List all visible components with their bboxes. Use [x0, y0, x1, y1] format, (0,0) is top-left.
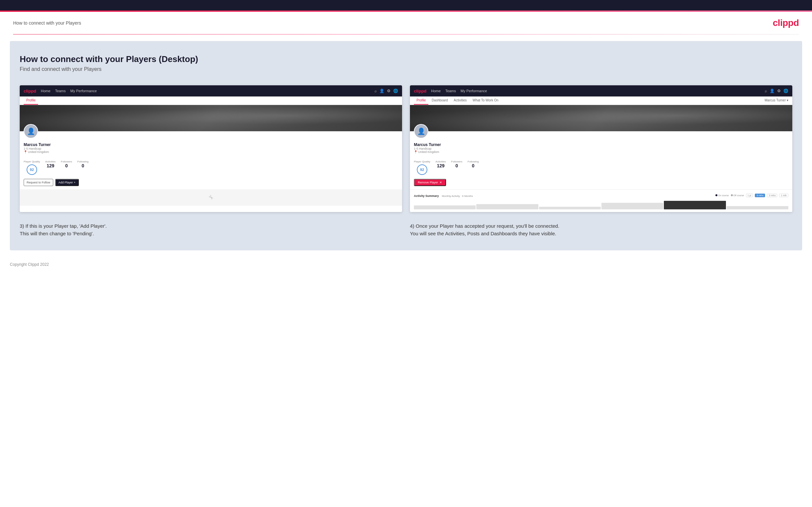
header-divider [13, 34, 799, 35]
app-navbar-right: clippd Home Teams My Performance ⌕ 👤 ⚙ 🌐 [410, 85, 792, 97]
player-quality-right: Player Quality 92 [414, 160, 430, 175]
nav-myperformance-right[interactable]: My Performance [461, 89, 487, 93]
captions: 3) If this is your Player tap, 'Add Play… [20, 223, 792, 237]
profile-area-left: 👤 Marcus Turner 1-5 Handicap 📍 United Ki… [20, 131, 402, 158]
activity-chart [414, 200, 789, 209]
stat-followers-value-right: 0 [456, 163, 458, 168]
avatar-right: 👤 [414, 124, 428, 138]
stat-followers-label-left: Followers [61, 160, 72, 163]
screenshot-bottom-left: ✂ [20, 189, 402, 206]
stat-following-value-right: 0 [472, 163, 475, 168]
legend-dot-offcourse [731, 194, 733, 196]
top-bar [0, 0, 812, 10]
tab-profile-left[interactable]: Profile [23, 97, 38, 105]
footer: Copyright Clippd 2022 [0, 257, 812, 272]
activity-subtitle: Monthly Activity · 6 Months [440, 194, 473, 198]
avatar-icon-right: 👤 [417, 127, 425, 135]
screenshot-left: clippd Home Teams My Performance ⌕ 👤 ⚙ 🌐… [20, 85, 402, 212]
chart-bar-2 [476, 204, 538, 209]
chart-bar-1 [414, 206, 476, 209]
avatar-left: 👤 [23, 124, 38, 138]
stat-followers-left: Followers 0 [61, 160, 72, 168]
time-filter-6mths[interactable]: 6 mths [755, 193, 765, 197]
app-logo-left: clippd [23, 89, 36, 94]
search-icon-right[interactable]: ⌕ [765, 89, 767, 93]
nav-home-right[interactable]: Home [431, 89, 441, 93]
stat-activities-label-right: Activities [436, 160, 446, 163]
stat-following-label-right: Following [468, 160, 479, 163]
user-icon-right[interactable]: 👤 [770, 89, 774, 93]
legend-label-oncourse: On course [718, 194, 728, 196]
tab-username-right[interactable]: Marcus Turner ▾ [765, 97, 789, 105]
player-handicap-right: 1-5 Handicap [414, 147, 789, 150]
nav-home-left[interactable]: Home [41, 89, 50, 93]
nav-myperformance-left[interactable]: My Performance [70, 89, 97, 93]
tab-dashboard-right[interactable]: Dashboard [429, 97, 450, 105]
app-tabs-right: Profile Dashboard Activities What To Wor… [410, 97, 792, 105]
avatar-icon-left: 👤 [27, 127, 35, 135]
main-content: How to connect with your Players (Deskto… [10, 41, 802, 250]
quality-circle-right: 92 [417, 164, 427, 175]
hero-image-left [20, 105, 402, 131]
time-filter-1mth[interactable]: 1 mth [779, 193, 789, 197]
screenshots: clippd Home Teams My Performance ⌕ 👤 ⚙ 🌐… [20, 85, 792, 212]
player-location-left: 📍 United Kingdom [23, 150, 398, 154]
logo: clippd [773, 18, 799, 28]
time-filter-1yr[interactable]: 1 yr [746, 193, 753, 197]
scissors-icon: ✂ [207, 193, 215, 202]
tab-activities-right[interactable]: Activities [451, 97, 469, 105]
header-title: How to connect with your Players [13, 20, 81, 25]
hero-pattern-right [410, 105, 792, 131]
player-quality-left: Player Quality 92 [23, 160, 40, 175]
remove-player-button[interactable]: Remove Player ✕ [414, 179, 446, 186]
quality-label-left: Player Quality [23, 160, 40, 163]
activity-controls: On course Off course 1 yr 6 mths 3 mths … [715, 193, 789, 197]
legend-on-course: On course [715, 194, 728, 196]
chart-bar-5 [664, 201, 726, 209]
stat-following-right: Following 0 [468, 160, 479, 168]
remove-x-icon: ✕ [440, 181, 442, 184]
page-subheading: Find and connect with your Players [20, 66, 792, 72]
page-heading: How to connect with your Players (Deskto… [20, 54, 792, 64]
user-icon[interactable]: 👤 [379, 89, 384, 93]
search-icon[interactable]: ⌕ [374, 89, 377, 93]
player-name-left: Marcus Turner [23, 143, 398, 147]
stat-followers-value-left: 0 [65, 163, 68, 168]
nav-teams-left[interactable]: Teams [55, 89, 66, 93]
app-logo-right: clippd [414, 89, 426, 94]
stat-following-label-left: Following [78, 160, 89, 163]
caption-left: 3) If this is your Player tap, 'Add Play… [20, 223, 402, 237]
tab-whattoon-right[interactable]: What To Work On [470, 97, 501, 105]
quality-circle-left: 92 [27, 164, 37, 175]
activity-title-block: Activity Summary Monthly Activity · 6 Mo… [414, 192, 473, 198]
nav-icons-left: ⌕ 👤 ⚙ 🌐 [374, 89, 398, 93]
settings-icon-right[interactable]: ⚙ [777, 89, 781, 93]
activity-summary: Activity Summary Monthly Activity · 6 Mo… [410, 189, 792, 212]
stat-following-value-left: 0 [82, 163, 85, 168]
globe-icon-right[interactable]: 🌐 [783, 89, 789, 93]
player-info-right: Marcus Turner 1-5 Handicap 📍 United King… [414, 134, 789, 154]
quality-label-right: Player Quality [414, 160, 430, 163]
location-icon-right: 📍 [414, 150, 417, 154]
header: How to connect with your Players clippd [0, 12, 812, 34]
stat-followers-label-right: Followers [451, 160, 462, 163]
player-handicap-left: 1-5 Handicap [23, 147, 398, 150]
nav-teams-right[interactable]: Teams [445, 89, 456, 93]
app-navbar-left: clippd Home Teams My Performance ⌕ 👤 ⚙ 🌐 [20, 85, 402, 97]
settings-icon[interactable]: ⚙ [387, 89, 391, 93]
stat-activities-left: Activities 129 [45, 160, 56, 168]
hero-pattern-left [20, 105, 402, 131]
add-player-button[interactable]: Add Player + [55, 179, 79, 186]
player-location-right: 📍 United Kingdom [414, 150, 789, 154]
caption-right-text: 4) Once your Player has accepted your re… [410, 223, 559, 236]
globe-icon[interactable]: 🌐 [393, 89, 398, 93]
nav-icons-right: ⌕ 👤 ⚙ 🌐 [765, 89, 789, 93]
player-stats-left: Player Quality 92 Activities 129 Followe… [20, 158, 402, 177]
caption-left-text: 3) If this is your Player tap, 'Add Play… [20, 223, 107, 236]
player-name-right: Marcus Turner [414, 143, 789, 147]
time-filter-3mths[interactable]: 3 mths [767, 193, 777, 197]
request-follow-button[interactable]: Request to Follow [23, 179, 53, 186]
tab-profile-right[interactable]: Profile [414, 97, 428, 105]
hero-image-right [410, 105, 792, 131]
player-buttons-right: Remove Player ✕ [410, 177, 792, 189]
